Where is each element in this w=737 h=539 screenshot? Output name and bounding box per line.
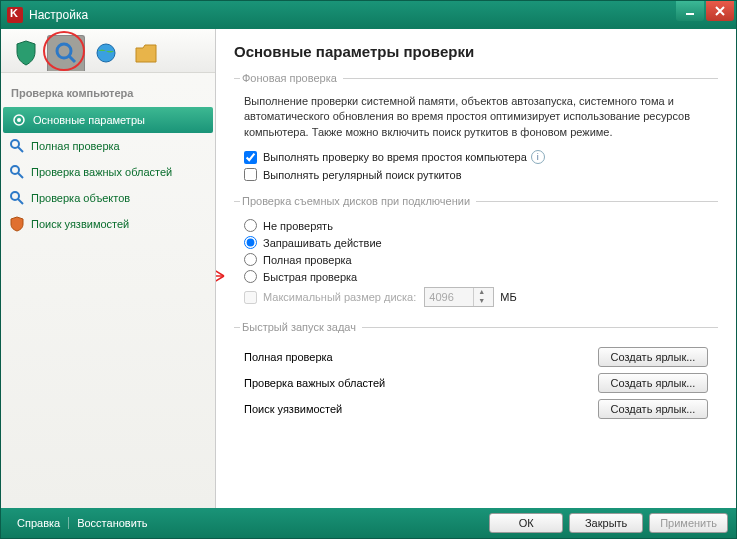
svg-point-1 (57, 44, 71, 58)
tab-update[interactable] (87, 35, 125, 71)
apply-button[interactable]: Применить (649, 513, 728, 533)
create-shortcut-button[interactable]: Создать ярлык... (598, 347, 708, 367)
size-unit: МБ (500, 291, 516, 303)
shield-warn-icon (9, 216, 25, 232)
info-icon[interactable]: i (531, 150, 545, 164)
max-size-input (425, 291, 473, 303)
annotation-arrow (216, 261, 236, 291)
checkbox-label: Максимальный размер диска: (263, 291, 416, 303)
group-legend: Фоновая проверка (240, 72, 343, 84)
sidebar-item-label: Проверка объектов (31, 192, 130, 204)
radio-label[interactable]: Полная проверка (263, 254, 352, 266)
sidebar-item-general[interactable]: Основные параметры (3, 107, 213, 133)
quick-launch-label: Проверка важных областей (244, 377, 385, 389)
window-title: Настройка (29, 8, 88, 22)
radio-do-not-scan[interactable] (244, 219, 257, 232)
svg-point-8 (11, 166, 19, 174)
svg-line-11 (18, 199, 23, 204)
globe-icon (94, 41, 118, 65)
tab-general[interactable] (127, 35, 165, 71)
close-button-footer[interactable]: Закрыть (569, 513, 643, 533)
sidebar-category-title: Проверка компьютера (1, 73, 215, 107)
group-description: Выполнение проверки системной памяти, об… (244, 94, 708, 140)
max-size-spinbox: ▲▼ (424, 287, 494, 307)
radio-label[interactable]: Быстрая проверка (263, 271, 357, 283)
quick-launch-label: Поиск уязвимостей (244, 403, 342, 415)
page-heading: Основные параметры проверки (234, 43, 718, 60)
content-pane: Основные параметры проверки Фоновая пров… (216, 29, 736, 508)
restore-link[interactable]: Восстановить (68, 517, 155, 529)
ok-button[interactable]: ОК (489, 513, 563, 533)
checkbox-max-disk-size (244, 291, 257, 304)
folder-icon (134, 42, 158, 64)
titlebar[interactable]: Настройка (1, 1, 736, 29)
create-shortcut-button[interactable]: Создать ярлык... (598, 399, 708, 419)
group-removable-drives: Проверка съемных дисков при подключении … (234, 195, 718, 311)
svg-point-3 (97, 44, 115, 62)
radio-ask-action[interactable] (244, 236, 257, 249)
app-icon (7, 7, 23, 23)
sidebar: Проверка компьютера Основные параметры П… (1, 29, 216, 508)
group-legend: Быстрый запуск задач (240, 321, 362, 333)
tab-scan[interactable] (47, 35, 85, 71)
sidebar-item-label: Полная проверка (31, 140, 120, 152)
sidebar-item-label: Основные параметры (33, 114, 145, 126)
checkbox-rootkit-scan[interactable] (244, 168, 257, 181)
checkbox-label[interactable]: Выполнять регулярный поиск руткитов (263, 169, 461, 181)
footer: Справка Восстановить ОК Закрыть Применит… (1, 508, 736, 538)
sidebar-item-critical-areas[interactable]: Проверка важных областей (1, 159, 215, 185)
magnifier-icon (9, 138, 25, 154)
quick-launch-label: Полная проверка (244, 351, 333, 363)
checkbox-idle-scan[interactable] (244, 151, 257, 164)
help-link[interactable]: Справка (9, 517, 68, 529)
radio-quick-scan[interactable] (244, 270, 257, 283)
spin-up: ▲ (474, 288, 489, 297)
sidebar-item-full-scan[interactable]: Полная проверка (1, 133, 215, 159)
checkbox-label[interactable]: Выполнять проверку во время простоя комп… (263, 151, 527, 163)
create-shortcut-button[interactable]: Создать ярлык... (598, 373, 708, 393)
svg-point-6 (11, 140, 19, 148)
sidebar-item-vulnerability[interactable]: Поиск уязвимостей (1, 211, 215, 237)
sidebar-item-label: Поиск уязвимостей (31, 218, 129, 230)
minimize-button[interactable] (676, 1, 704, 21)
radio-full-scan[interactable] (244, 253, 257, 266)
magnifier-icon (9, 164, 25, 180)
group-quick-launch: Быстрый запуск задач Полная проверка Соз… (234, 321, 718, 425)
radio-label[interactable]: Запрашивать действие (263, 237, 382, 249)
group-background-scan: Фоновая проверка Выполнение проверки сис… (234, 72, 718, 185)
radio-label[interactable]: Не проверять (263, 220, 333, 232)
svg-line-7 (18, 147, 23, 152)
group-legend: Проверка съемных дисков при подключении (240, 195, 476, 207)
settings-window: Настройка (0, 0, 737, 539)
shield-icon (15, 40, 37, 66)
gear-icon (11, 112, 27, 128)
close-button[interactable] (706, 1, 734, 21)
svg-point-10 (11, 192, 19, 200)
svg-line-2 (69, 56, 75, 62)
magnifier-icon (9, 190, 25, 206)
svg-rect-0 (686, 13, 694, 15)
spin-down: ▼ (474, 297, 489, 306)
sidebar-item-label: Проверка важных областей (31, 166, 172, 178)
tab-protection[interactable] (7, 35, 45, 71)
svg-line-9 (18, 173, 23, 178)
magnifier-icon (54, 41, 78, 65)
svg-point-5 (17, 118, 21, 122)
sidebar-item-object-scan[interactable]: Проверка объектов (1, 185, 215, 211)
